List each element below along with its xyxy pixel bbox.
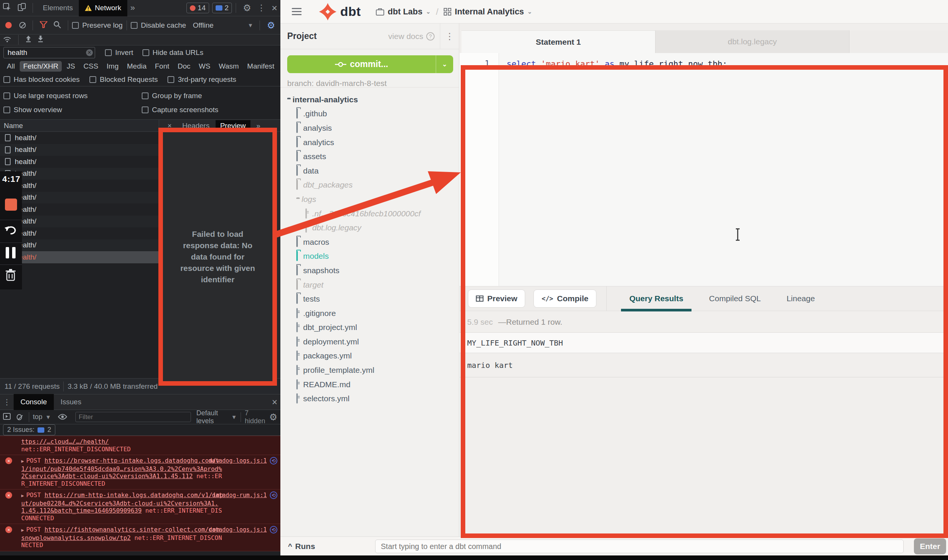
disable-cache-checkbox[interactable]: Disable cache (131, 21, 186, 30)
tab-console[interactable]: Console (14, 394, 54, 410)
error-url-link[interactable]: https://browser-http-intake.logs.datadog… (21, 457, 222, 480)
tree-item[interactable]: snapshots (280, 263, 459, 278)
import-har-icon[interactable] (22, 36, 34, 44)
error-count-badge[interactable]: 14 (186, 3, 209, 13)
tree-item[interactable]: selectors.yml (280, 391, 459, 406)
network-conditions-icon[interactable] (0, 36, 14, 44)
issues-chip[interactable]: 2 Issues: 2 (3, 424, 55, 435)
tab-elements[interactable]: Elements (37, 0, 79, 16)
type-filter[interactable]: JS (63, 61, 78, 72)
request-row[interactable]: health/ (0, 156, 159, 168)
restart-icon[interactable] (5, 224, 17, 235)
error-info-icon[interactable]: ⟲ (270, 457, 277, 465)
tree-item[interactable]: target (280, 278, 459, 292)
option-checkbox[interactable]: Show overview (3, 106, 142, 114)
request-row[interactable]: health/ (0, 203, 159, 216)
expand-triangle-icon[interactable]: ▶ (21, 458, 24, 464)
type-filter[interactable]: Fetch/XHR (20, 61, 62, 72)
close-devtools-icon[interactable]: × (269, 3, 280, 13)
type-filter[interactable]: Doc (174, 61, 194, 72)
console-error[interactable]: ✕ ▶POST https://browser-http-intake.logs… (0, 455, 280, 489)
error-source-link[interactable]: datadog-logs.js:1 (208, 457, 267, 465)
filter-funnel-icon[interactable] (37, 21, 50, 30)
console-error[interactable]: ✕ ▶POST https://fishtownanalytics.sinter… (0, 524, 280, 551)
tree-item[interactable]: internal-analytics (280, 92, 459, 107)
clear-filter-icon[interactable]: ✕ (86, 49, 93, 56)
pause-recording-button[interactable] (6, 247, 16, 258)
expand-triangle-icon[interactable]: ▶ (21, 493, 24, 498)
console-sidebar-icon[interactable] (0, 413, 14, 421)
tree-item[interactable]: deployment.yml (280, 335, 459, 349)
project-kebab-icon[interactable]: ⋮ (440, 23, 459, 49)
type-filter[interactable]: Font (152, 61, 173, 72)
device-toolbar-icon[interactable] (14, 3, 29, 13)
search-icon[interactable] (50, 21, 64, 30)
tab-network[interactable]: Network (79, 0, 127, 16)
tree-item[interactable]: tests (280, 292, 459, 306)
tree-item[interactable]: profile_template.yml (280, 363, 459, 377)
filter-checkbox[interactable]: Has blocked cookies (3, 75, 80, 84)
tab-issues[interactable]: Issues (54, 394, 88, 410)
tree-item[interactable]: data (280, 164, 459, 178)
dbt-command-input[interactable] (375, 540, 904, 553)
log-levels-select[interactable]: Default levels▼ (196, 409, 237, 425)
tree-item[interactable]: dbt_project.yml (280, 321, 459, 335)
error-info-icon[interactable]: ⟲ (270, 491, 277, 499)
tree-item[interactable]: dbt.log.legacy (280, 221, 459, 235)
tree-item[interactable]: models (280, 249, 459, 264)
sql-editor[interactable]: 1 select 'mario kart' as my_life_right_n… (460, 53, 948, 286)
type-filter[interactable]: WS (196, 61, 214, 72)
console-error[interactable]: ✕ ▶ttps://…cloud…/…/health/ net::ERR_INT… (0, 436, 280, 455)
tab-query-results[interactable]: Query Results (629, 294, 683, 303)
more-tabs-icon[interactable]: » (127, 4, 138, 12)
view-docs-link[interactable]: view docs ? (388, 32, 435, 41)
tree-item[interactable]: .github (280, 107, 459, 121)
kebab-menu-icon[interactable]: ⋮ (0, 398, 14, 406)
hamburger-menu-icon[interactable] (292, 8, 302, 15)
commit-dropdown-chevron-icon[interactable]: ⌄ (436, 55, 453, 73)
close-drawer-icon[interactable]: × (269, 397, 280, 407)
request-row[interactable]: health/ (0, 168, 159, 180)
type-filter[interactable]: All (3, 61, 18, 72)
tree-item[interactable]: macros (280, 235, 459, 249)
tree-item[interactable]: assets (280, 149, 459, 164)
request-row[interactable]: health/ (0, 192, 159, 204)
tree-item[interactable]: .gitignore (280, 306, 459, 321)
tree-item[interactable]: analytics (280, 135, 459, 150)
tab-dbt-log-legacy[interactable]: dbt.log.legacy (655, 30, 849, 53)
name-column-header[interactable]: Name (0, 120, 159, 132)
export-har-icon[interactable] (34, 36, 47, 44)
project-switcher[interactable]: Internal Analytics ⌄ (444, 7, 532, 17)
request-row[interactable]: health/ (0, 132, 159, 144)
option-checkbox[interactable]: Capture screenshots (142, 106, 280, 114)
request-row[interactable]: health/ (0, 227, 159, 239)
console-error[interactable]: ✕ ▶POST https://rum-http-intake.logs.dat… (0, 489, 280, 524)
network-filter-input[interactable]: health ✕ (3, 47, 95, 58)
tree-item[interactable]: dbt_packages (280, 178, 459, 192)
inspect-icon[interactable] (0, 3, 14, 13)
clear-icon[interactable] (19, 22, 26, 28)
trash-icon[interactable] (5, 269, 16, 281)
network-settings-gear-icon[interactable]: ⚙ (264, 21, 278, 30)
request-row[interactable]: health/ (0, 180, 159, 192)
hide-data-urls-checkbox[interactable]: Hide data URLs (142, 48, 203, 57)
enter-button[interactable]: Enter (914, 538, 946, 554)
runs-toggle[interactable]: ^ Runs (288, 542, 315, 551)
option-checkbox[interactable]: Use large request rows (3, 92, 142, 100)
preview-button[interactable]: Preview (468, 289, 525, 308)
record-icon[interactable] (5, 22, 12, 28)
tree-item[interactable]: README.md (280, 377, 459, 392)
error-info-icon[interactable]: ⟲ (270, 526, 277, 533)
request-row[interactable]: health/ (0, 239, 159, 252)
tab-lineage[interactable]: Lineage (787, 294, 815, 303)
dbt-logo[interactable]: dbt (319, 3, 361, 20)
type-filter[interactable]: Manifest (244, 61, 278, 72)
type-filter[interactable]: Wasm (215, 61, 242, 72)
console-filter-input[interactable] (75, 412, 191, 422)
compile-button[interactable]: </> Compile (533, 289, 596, 308)
preserve-log-checkbox[interactable]: Preserve log (72, 21, 123, 30)
tab-compiled-sql[interactable]: Compiled SQL (709, 294, 761, 303)
tree-item[interactable]: .nf…3665c416bfecb1000000cf (280, 206, 459, 221)
invert-checkbox[interactable]: Invert (105, 48, 133, 57)
tree-item[interactable]: packages.yml (280, 349, 459, 363)
